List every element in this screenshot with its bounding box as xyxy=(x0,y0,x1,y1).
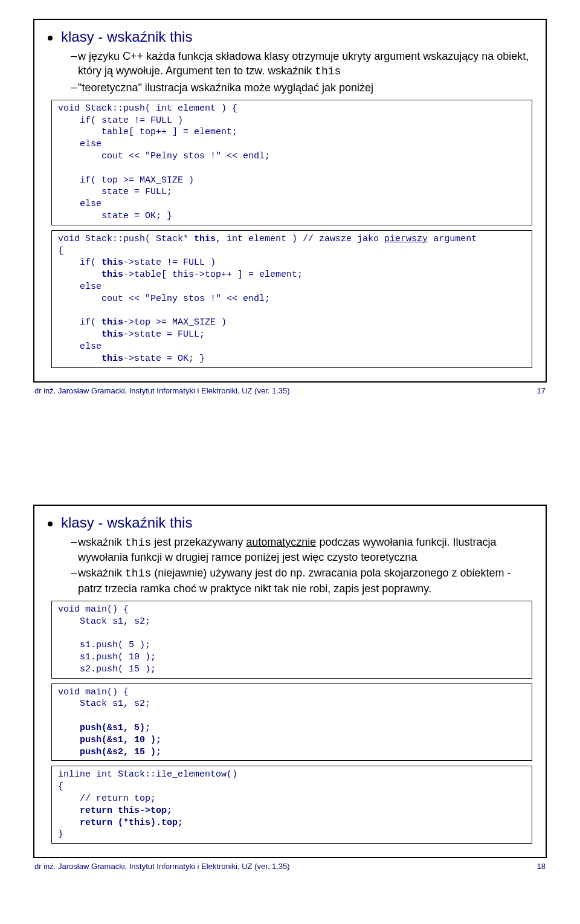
c2l: this xyxy=(102,329,123,340)
s2c3b: return this->top; xyxy=(80,806,172,816)
sub-list-1: – w języku C++ każda funkcja składowa kl… xyxy=(71,49,532,95)
sub-text-2: "teoretyczna" ilustracja wskaźnika może … xyxy=(78,80,373,95)
c2j: this xyxy=(102,317,123,328)
page-gap xyxy=(0,407,580,486)
s2s1code: this xyxy=(125,537,151,549)
page-2: klasy - wskaźnik this – wskaźnik this je… xyxy=(0,486,580,884)
s2s2code: this xyxy=(125,567,151,580)
code-box-1: void Stack::push( int element ) { if( st… xyxy=(51,100,532,225)
footer-2: dr inż. Jarosław Gramacki, Instytut Info… xyxy=(33,862,547,871)
c2c: , int element ) // zawsze jako xyxy=(216,234,384,244)
c2a: void Stack::push( Stack* xyxy=(58,234,194,244)
s2c3e: } xyxy=(58,829,63,839)
page-number-2: 18 xyxy=(537,862,546,871)
s2s1u: automatycznie xyxy=(246,536,316,548)
sub1-code: this xyxy=(315,65,341,77)
code-box-4: void main() { Stack s1, s2; push(&s1, 5)… xyxy=(51,683,532,761)
title-row: klasy - wskaźnik this xyxy=(48,28,532,45)
title-row-2: klasy - wskaźnik this xyxy=(48,514,532,531)
sub-text-1: w języku C++ każda funkcja składowa klas… xyxy=(78,49,532,79)
bullet-icon xyxy=(48,522,53,526)
footer-text-2: dr inż. Jarosław Gramacki, Instytut Info… xyxy=(34,862,290,871)
sub-item-2: – "teoretyczna" ilustracja wskaźnika moż… xyxy=(71,80,532,95)
dash-icon: – xyxy=(71,80,78,94)
code-box-5: inline int Stack::ile_elementow() { // r… xyxy=(51,766,532,844)
code-box-3: void main() { Stack s1, s2; s1.push( 5 )… xyxy=(51,601,532,679)
dash-icon: – xyxy=(71,535,78,549)
page-number-1: 17 xyxy=(537,386,546,395)
slide-frame-1: klasy - wskaźnik this – w języku C++ każ… xyxy=(33,19,547,383)
sub-text-2-2: wskaźnik this (niejawnie) używany jest d… xyxy=(78,566,532,596)
c2b: this xyxy=(194,234,216,244)
c2h: this xyxy=(102,270,123,280)
sub-item-2-2: – wskaźnik this (niejawnie) używany jest… xyxy=(71,566,532,596)
c2f: this xyxy=(102,257,123,268)
code1: void Stack::push( int element ) { if( st… xyxy=(58,103,270,221)
bullet-icon xyxy=(48,36,53,40)
code-box-2: void Stack::push( Stack* this, int eleme… xyxy=(51,230,532,368)
c2o: ->state = OK; } xyxy=(123,354,205,364)
page-1: klasy - wskaźnik this – w języku C++ każ… xyxy=(0,0,580,407)
footer-text-1: dr inż. Jarosław Gramacki, Instytut Info… xyxy=(34,386,290,395)
dash-icon: – xyxy=(71,566,78,580)
slide-frame-2: klasy - wskaźnik this – wskaźnik this je… xyxy=(33,505,547,859)
s2c3c xyxy=(58,818,80,828)
sub-item-1: – w języku C++ każda funkcja składowa kl… xyxy=(71,49,532,79)
slide-title-1: klasy - wskaźnik this xyxy=(61,28,192,45)
sub1-text: w języku C++ każda funkcja składowa klas… xyxy=(78,50,529,77)
s2s1a: wskaźnik xyxy=(78,536,125,548)
sub-list-2: – wskaźnik this jest przekazywany automa… xyxy=(71,535,532,596)
s2code1: void main() { Stack s1, s2; s1.push( 5 )… xyxy=(58,604,156,674)
sub-text-2-1: wskaźnik this jest przekazywany automaty… xyxy=(78,535,532,565)
c2d: pierwszy xyxy=(384,234,428,244)
footer-1: dr inż. Jarosław Gramacki, Instytut Info… xyxy=(33,386,547,395)
dash-icon: – xyxy=(71,49,78,63)
sub-item-2-1: – wskaźnik this jest przekazywany automa… xyxy=(71,535,532,565)
s2c3d: return (*this).top; xyxy=(80,818,183,828)
c2n: this xyxy=(102,354,123,364)
s2s1b: jest przekazywany xyxy=(151,536,246,548)
s2s2a: wskaźnik xyxy=(78,567,125,579)
slide-title-2: klasy - wskaźnik this xyxy=(61,514,192,531)
